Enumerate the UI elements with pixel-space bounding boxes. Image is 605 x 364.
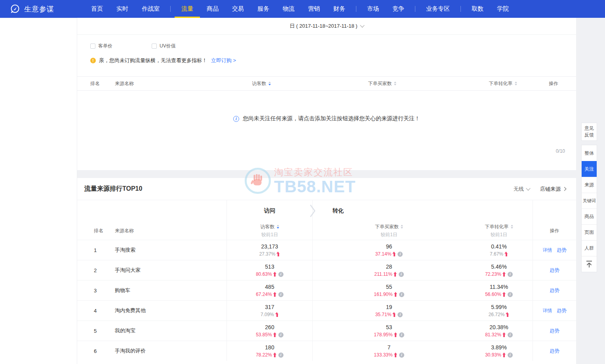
metric-change: 211.11%i xyxy=(374,271,404,277)
action-link-趋势[interactable]: 趋势 xyxy=(550,287,559,294)
brand[interactable]: 生意参谋 xyxy=(0,4,77,14)
action-link-趋势[interactable]: 趋势 xyxy=(550,348,559,355)
nav-item-流量[interactable]: 流量 xyxy=(175,0,200,18)
nav-item-财务[interactable]: 财务 xyxy=(327,0,352,18)
metric-value: 5.99% xyxy=(491,304,507,310)
action-link-详情[interactable]: 详情 xyxy=(543,307,552,314)
watch-col-下单转化率[interactable]: 下单转化率 xyxy=(467,80,538,87)
source-name: 淘内免费其他 xyxy=(105,301,226,320)
metric-change: 56.60%i xyxy=(485,292,513,297)
table-row: 5我的淘宝26053.85%i53178.95%i20.38%81.32%i趋势 xyxy=(77,320,576,341)
info-icon[interactable]: i xyxy=(398,312,403,317)
table-row: 1手淘搜索23,17327.37%9637.14%i0.41%7.67%详情趋势 xyxy=(77,240,576,260)
action-link-趋势[interactable]: 趋势 xyxy=(557,247,567,254)
row-actions: 趋势 xyxy=(533,321,576,341)
metric-checkbox-客单价[interactable]: 客单价 xyxy=(90,43,152,49)
nav-item-交易[interactable]: 交易 xyxy=(225,0,251,18)
nav-item-物流[interactable]: 物流 xyxy=(276,0,301,18)
info-icon[interactable]: i xyxy=(399,332,404,337)
col-actions: 操作 xyxy=(533,222,576,240)
action-link-详情[interactable]: 详情 xyxy=(543,247,552,254)
up-arrow-icon xyxy=(276,252,280,256)
info-icon[interactable]: i xyxy=(398,252,403,257)
change-percent: 78.22% xyxy=(256,352,272,358)
action-link-趋势[interactable]: 趋势 xyxy=(550,267,559,274)
col-visitors[interactable]: 访客数 较前1日 xyxy=(226,222,313,240)
nav-item-首页[interactable]: 首页 xyxy=(84,0,110,18)
quick-nav-整体[interactable]: 整体 xyxy=(582,145,597,161)
nav-item-业务专区[interactable]: 业务专区 xyxy=(419,0,457,18)
checkbox[interactable] xyxy=(152,44,157,49)
nav-item-竞争[interactable]: 竞争 xyxy=(386,0,411,18)
sort-icon[interactable] xyxy=(401,225,403,229)
nav-item-实时[interactable]: 实时 xyxy=(110,0,135,18)
date-range-selector[interactable]: 日 ( 2017-11-18~2017-11-18 ) xyxy=(77,18,576,35)
metric-checkbox-UV价值[interactable]: UV价值 xyxy=(152,43,213,49)
nav-divider xyxy=(356,6,356,12)
quick-nav-商品[interactable]: 商品 xyxy=(582,209,597,224)
feedback-button[interactable]: 意见反馈 xyxy=(581,123,597,141)
info-icon[interactable]: i xyxy=(508,272,513,277)
nav-item-市场[interactable]: 市场 xyxy=(360,0,386,18)
sort-icon[interactable] xyxy=(511,225,513,229)
quick-nav-关键词[interactable]: 关键词 xyxy=(582,193,597,209)
nav-item-作战室[interactable]: 作战室 xyxy=(135,0,166,18)
checkbox[interactable] xyxy=(90,44,95,49)
notice-text: 亲，您尚未订购流量纵横，无法查看更多指标！ xyxy=(99,57,207,64)
action-link-趋势[interactable]: 趋势 xyxy=(557,307,567,314)
info-icon[interactable]: i xyxy=(399,292,404,297)
sort-icon[interactable] xyxy=(515,82,517,85)
watch-col-访客数[interactable]: 访客数 xyxy=(226,80,297,87)
checkbox-label: UV价值 xyxy=(160,43,176,49)
metric-buyers: 7133.33%i xyxy=(313,341,465,361)
metric-change: 37.14%i xyxy=(375,251,403,257)
col-buyers[interactable]: 下单买家数 较前1日 xyxy=(313,222,465,240)
up-arrow-icon xyxy=(392,312,396,317)
info-icon[interactable]: i xyxy=(278,272,283,277)
metric-conv: 11.34%56.60%i xyxy=(465,281,533,300)
info-icon[interactable]: i xyxy=(508,353,513,358)
sort-icon[interactable] xyxy=(268,82,271,85)
metric-visitors: 3177.09% xyxy=(226,301,313,320)
metric-change: 7.67% xyxy=(490,251,508,257)
metric-visitors: 23,17327.37% xyxy=(226,240,313,260)
action-link-趋势[interactable]: 趋势 xyxy=(550,328,559,334)
quick-nav-关注[interactable]: 关注 xyxy=(582,161,597,177)
back-to-top-button[interactable] xyxy=(582,256,597,272)
nav-item-营销[interactable]: 营销 xyxy=(301,0,327,18)
checkbox-label: 客单价 xyxy=(98,43,112,49)
info-icon[interactable]: i xyxy=(278,292,283,297)
subscribe-now-link[interactable]: 立即订购 > xyxy=(211,57,236,64)
info-icon[interactable]: i xyxy=(399,272,404,277)
main-nav: 首页实时作战室流量商品交易服务物流营销财务市场竞争业务专区取数学院 xyxy=(84,0,516,18)
info-icon[interactable]: i xyxy=(508,292,513,297)
change-percent: 56.60% xyxy=(485,292,501,297)
info-icon[interactable]: i xyxy=(278,353,283,358)
nav-item-服务[interactable]: 服务 xyxy=(251,0,276,18)
nav-divider xyxy=(415,6,415,12)
channel-filter-dropdown[interactable]: 无线 xyxy=(514,186,530,193)
info-icon[interactable]: i xyxy=(508,332,513,337)
quick-nav-页面[interactable]: 页面 xyxy=(582,224,597,240)
quick-nav-人群[interactable]: 人群 xyxy=(582,240,597,256)
info-icon[interactable]: i xyxy=(399,353,404,358)
info-icon[interactable]: i xyxy=(278,332,283,337)
watch-col-下单买家数[interactable]: 下单买家数 xyxy=(297,80,467,87)
empty-state: i 您尚未关注任何来源，请点击添加关注按钮选择您关心的来源进行关注！ xyxy=(77,115,576,122)
metric-value: 260 xyxy=(265,324,274,330)
sort-icon[interactable] xyxy=(277,225,279,229)
sort-icon[interactable] xyxy=(394,82,396,85)
quick-nav-来源[interactable]: 来源 xyxy=(582,177,597,193)
table-row: 3购物车48567.24%i55161.90%i11.34%56.60%i趋势 xyxy=(77,280,576,300)
metric-change: 78.22%i xyxy=(256,352,283,358)
shop-source-link[interactable]: 店铺来源 xyxy=(540,186,566,193)
info-icon: i xyxy=(233,116,239,122)
col-conv[interactable]: 下单转化率 较前1日 xyxy=(465,222,533,240)
nav-item-取数[interactable]: 取数 xyxy=(465,0,490,18)
back-to-top-icon xyxy=(585,260,594,269)
metric-change: 81.32%i xyxy=(485,332,513,337)
metric-buyers: 55161.90%i xyxy=(313,281,465,300)
nav-item-学院[interactable]: 学院 xyxy=(490,0,516,18)
nav-item-商品[interactable]: 商品 xyxy=(200,0,225,18)
row-rank: 6 xyxy=(77,341,105,361)
